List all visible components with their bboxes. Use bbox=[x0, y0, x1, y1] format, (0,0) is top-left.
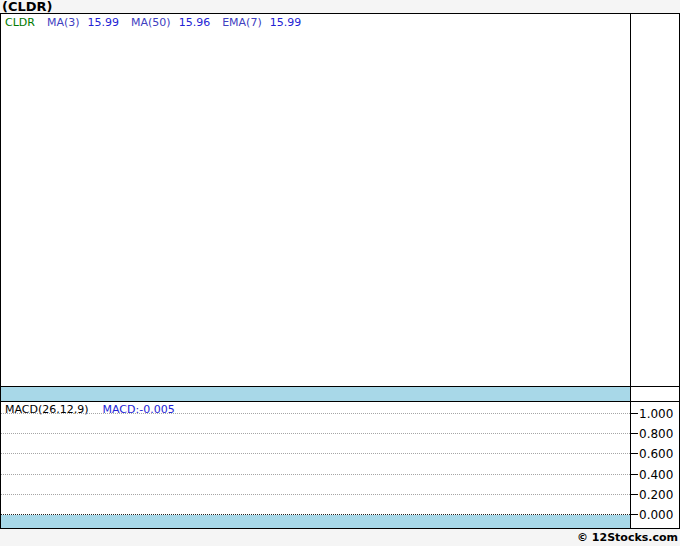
stock-chart-page: (CLDR) CLDR MA(3) 15.99 MA(50) 15.96 EMA… bbox=[0, 0, 680, 546]
indicator-ma3-value: 15.99 bbox=[88, 16, 120, 29]
axis-tick-1.000 bbox=[631, 413, 638, 414]
axis-divider-line bbox=[630, 13, 631, 529]
axis-label-0.800: 0.800 bbox=[639, 427, 673, 441]
price-plot-area bbox=[1, 14, 630, 386]
indicator-ma3: MA(3) 15.99 bbox=[47, 16, 119, 29]
axis-label-0.000: 0.000 bbox=[639, 508, 673, 522]
axis-label-1.000: 1.000 bbox=[639, 407, 673, 421]
macd-legend-label: MACD(26,12,9) bbox=[5, 403, 89, 416]
axis-label-0.200: 0.200 bbox=[639, 488, 673, 502]
macd-gridline-0.200 bbox=[1, 494, 630, 495]
axis-tick-0.600 bbox=[631, 453, 638, 454]
indicator-ema7-value: 15.99 bbox=[270, 16, 302, 29]
indicator-ema7: EMA(7) 15.99 bbox=[222, 16, 301, 29]
axis-tick-0.800 bbox=[631, 433, 638, 434]
site-credit: © 12Stocks.com bbox=[577, 531, 678, 544]
ticker-symbol-label: CLDR bbox=[5, 16, 35, 29]
indicator-ma50-label: MA(50) bbox=[131, 16, 171, 29]
macd-gridline-0.800 bbox=[1, 433, 630, 434]
indicator-ema7-label: EMA(7) bbox=[222, 16, 262, 29]
axis-tick-0.000 bbox=[631, 514, 638, 515]
indicator-ma50-value: 15.96 bbox=[179, 16, 211, 29]
macd-legend-value: MACD:-0.005 bbox=[103, 403, 175, 416]
separator-band bbox=[1, 387, 630, 401]
price-legend: CLDR MA(3) 15.99 MA(50) 15.96 EMA(7) 15.… bbox=[5, 16, 301, 29]
macd-gridline-0.400 bbox=[1, 474, 630, 475]
macd-plot-area bbox=[1, 402, 630, 528]
page-title: (CLDR) bbox=[2, 0, 53, 14]
macd-legend: MACD(26,12,9) MACD:-0.005 bbox=[5, 403, 175, 416]
macd-bottom-band bbox=[1, 515, 630, 528]
macd-gridline-0.600 bbox=[1, 453, 630, 454]
axis-tick-0.400 bbox=[631, 474, 638, 475]
macd-gridline-1.000 bbox=[1, 413, 630, 414]
indicator-ma3-label: MA(3) bbox=[47, 16, 80, 29]
indicator-ma50: MA(50) 15.96 bbox=[131, 16, 210, 29]
axis-label-0.400: 0.400 bbox=[639, 468, 673, 482]
axis-tick-0.200 bbox=[631, 494, 638, 495]
axis-label-0.600: 0.600 bbox=[639, 447, 673, 461]
